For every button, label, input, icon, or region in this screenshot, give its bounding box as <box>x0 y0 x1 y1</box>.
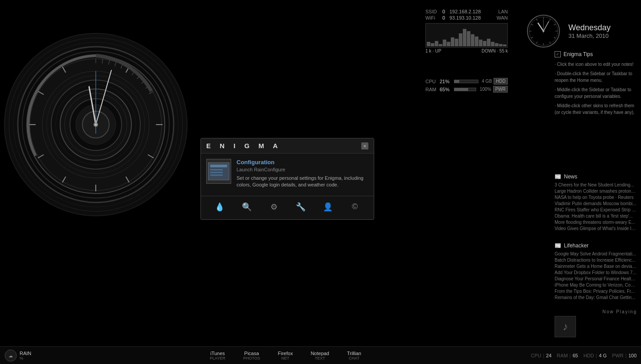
tip-3: · Middle-click the Sidebar or Taskbar to… <box>555 86 637 100</box>
taskbar-itunes[interactable]: iTunes PLAYER <box>210 351 225 360</box>
picasa-name: Picasa <box>244 351 259 356</box>
graph-bar <box>487 39 490 46</box>
tab-user[interactable]: 👤 <box>320 199 336 215</box>
svg-line-55 <box>538 23 543 31</box>
news-item-5[interactable]: RNC Fires Staffer who Expensed Strip C..… <box>555 207 637 212</box>
tab-credits[interactable]: © <box>347 199 363 215</box>
enigma-title: E N I G M A <box>206 142 281 150</box>
svg-line-47 <box>554 37 555 39</box>
rain-logo-icon: ☁ <box>4 349 17 362</box>
taskbar-firefox[interactable]: Firefox NET <box>278 351 293 360</box>
lh-item-8[interactable]: Remains of the Day: Gmail Chat Gettin... <box>555 295 637 300</box>
ram-label: RAM <box>425 87 438 92</box>
graph-bar <box>483 41 486 46</box>
svg-point-58 <box>543 30 544 32</box>
svg-line-54 <box>536 19 538 20</box>
news-item-3[interactable]: NASA to help on Toyota probe · Reuters <box>555 195 637 200</box>
config-subtitle: Launch RainConfigure <box>237 167 368 172</box>
graph-bar <box>435 41 438 46</box>
hdd-stat: HDD | 4 G <box>584 353 607 358</box>
ssid-row: SSID 0 192.168.2.128 LAN <box>425 9 508 14</box>
cpu-sep: | <box>543 353 544 358</box>
tab-tools[interactable]: 🔧 <box>293 199 309 215</box>
news-item-8[interactable]: Video Gives Glimpse of What's Inside IP.… <box>555 226 637 231</box>
graph-bar <box>439 44 442 46</box>
graph-bar <box>459 33 462 46</box>
tip-4: · Middle-click other skins to refresh th… <box>555 102 637 116</box>
rain-logo-area[interactable]: ☁ RAIN % <box>4 349 31 362</box>
config-icon <box>206 159 231 184</box>
tab-search[interactable]: 🔍 <box>239 199 255 215</box>
news-item-4[interactable]: Vladimir Putin demands Moscow bombi... <box>555 201 637 206</box>
notepad-name: Notepad <box>310 351 329 356</box>
tips-title: Enigma Tips <box>563 51 593 57</box>
taskbar-stats: CPU | 24 RAM | 65 HDD | 4 G PWR | 100 <box>531 353 637 358</box>
tab-liquid[interactable]: 💧 <box>212 199 228 215</box>
ip2: 93.193.10.128 <box>449 15 494 20</box>
lifehacker-header: 📰 Lifehacker <box>555 243 637 249</box>
lh-item-3[interactable]: Rainmeter Gets a Home Base on devian... <box>555 264 637 269</box>
tip-1: · Click the icon above to edit your note… <box>555 61 637 68</box>
lh-item-7[interactable]: From the Tips Box: Privacy Policies, Fr.… <box>555 289 637 294</box>
lh-item-5[interactable]: Diagnose Your Personal Finance Health... <box>555 276 637 281</box>
lifehacker-list: Google May Solve Android Fragmentati... … <box>555 251 637 300</box>
graph-bar <box>479 40 482 46</box>
svg-line-53 <box>531 24 533 25</box>
cpu-stat-value: 24 <box>546 353 551 358</box>
tips-icon: ✓ <box>555 51 561 57</box>
date-text: Wednesday 31 March, 2010 <box>568 23 611 39</box>
taskbar-trillian[interactable]: Trillian CHAT <box>347 351 361 360</box>
rain-top: RAIN <box>20 351 31 356</box>
lh-item-1[interactable]: Google May Solve Android Fragmentati... <box>555 251 637 256</box>
down-value: 55 k <box>499 49 508 53</box>
lh-item-2[interactable]: Batch Distractions to Increase Efficienc… <box>555 258 637 263</box>
enigma-close-button[interactable]: × <box>361 142 368 150</box>
ram-row: RAM 65% 100% PWR <box>425 86 508 93</box>
trillian-sub: CHAT <box>349 356 359 360</box>
up-stat: 1 k · UP <box>425 49 441 53</box>
lifehacker-widget: 📰 Lifehacker Google May Solve Android Fr… <box>555 243 637 301</box>
ssid-value: 0 <box>441 9 447 14</box>
graph-bar <box>427 42 430 46</box>
config-icon-inner <box>208 162 229 180</box>
sys-stats-widget: CPU 21% 4 GB HDD RAM 65% 100% PWR <box>425 78 508 94</box>
ram-sep: | <box>570 353 571 358</box>
ram-stat-value: 65 <box>572 353 578 358</box>
rain-text: RAIN % <box>20 351 31 360</box>
graph-bar <box>447 42 450 46</box>
taskbar-notepad[interactable]: Notepad TEXT <box>310 351 329 360</box>
network-widget: SSID 0 192.168.2.128 LAN WiFi 0 93.193.1… <box>425 9 508 53</box>
pwr-stat-label: PWR <box>612 353 624 358</box>
lh-item-4[interactable]: Add Your Dropbox Folder to Windows 7... <box>555 270 637 275</box>
graph-bar <box>463 29 466 46</box>
lh-item-6[interactable]: iPhone May Be Coming to Verizon, Coul... <box>555 283 637 287</box>
news-item-7[interactable]: More flooding threatens storm-weary E... <box>555 220 637 225</box>
config-title: Configuration <box>237 159 368 166</box>
up-label: · UP <box>433 49 441 53</box>
taskbar-picasa[interactable]: Picasa PHOTOS <box>243 351 260 360</box>
pwr-badge: PWR <box>493 86 508 93</box>
graph-bar <box>455 39 458 46</box>
news-item-6[interactable]: Obama: Health care bill is a 'first step… <box>555 214 637 218</box>
hdd-stat-value: 4 G <box>599 353 607 358</box>
music-icon-box: ♪ <box>555 316 576 337</box>
graph-bars <box>426 24 507 47</box>
wifi-value: 0 <box>441 15 447 20</box>
svg-point-40 <box>95 124 97 125</box>
up-value: 1 k <box>425 49 431 53</box>
net-stats: 1 k · UP DOWN · 55 k <box>425 49 508 53</box>
tip-2: · Double-click the Sidebar or Taskbar to… <box>555 70 637 84</box>
cpu-label: CPU <box>425 79 438 84</box>
ram-bar-fill <box>454 88 468 91</box>
news-item-2[interactable]: Large Hadron Collider smashes protons... <box>555 189 637 194</box>
down-stat: DOWN · 55 k <box>482 49 508 53</box>
small-analog-clock <box>526 13 561 49</box>
tab-settings[interactable]: ⚙ <box>266 199 282 215</box>
notepad-sub: TEXT <box>315 356 325 360</box>
hdd-badge: HDD <box>494 78 508 85</box>
graph-bar <box>467 31 470 46</box>
svg-text:☁: ☁ <box>8 353 13 358</box>
taskbar: ☁ RAIN % iTunes PLAYER Picasa PHOTOS Fir… <box>0 346 641 364</box>
wifi-row: WiFi 0 93.193.10.128 WAN <box>425 15 508 20</box>
news-item-1[interactable]: 3 Cheers for the New Student Lending... <box>555 182 637 187</box>
